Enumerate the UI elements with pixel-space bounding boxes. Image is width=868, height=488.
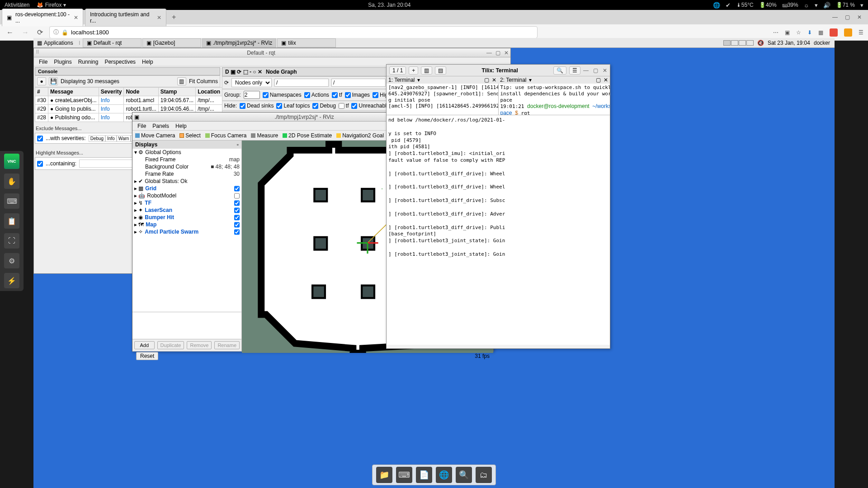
cb-tf2[interactable]: tf (339, 103, 349, 109)
columns-icon[interactable]: ▥ (177, 77, 186, 85)
editor-icon[interactable]: 📄 (416, 467, 432, 483)
col-num[interactable]: # (35, 88, 48, 96)
browser-icon[interactable]: 🌐 (436, 467, 452, 483)
new-tab-button[interactable]: + (168, 11, 179, 23)
volume-icon[interactable]: 🔇 (757, 40, 764, 46)
laser-checkbox[interactable] (234, 207, 240, 213)
grip-icon[interactable]: ⠿ (36, 49, 39, 55)
table-row[interactable]: #30● createLaserObj...Inforobot1.amcl19:… (35, 96, 222, 105)
ublock-icon[interactable] (830, 28, 838, 37)
col-stamp[interactable]: Stamp (158, 88, 195, 96)
minimize-icon[interactable]: — (486, 50, 492, 56)
fit-columns-label[interactable]: Fit Columns (189, 78, 218, 84)
clipboard-icon[interactable]: 📋 (4, 213, 19, 229)
more-icon[interactable]: ⋯ (773, 29, 778, 36)
pane-menu-icon[interactable]: ▾ (417, 77, 420, 83)
temp-indicator[interactable]: 🌡55°C (736, 2, 754, 8)
active-app[interactable]: 🦊 Firefox ▾ (37, 2, 66, 8)
focus-camera-tool[interactable]: Focus Camera (205, 132, 247, 139)
task-tilix[interactable]: ▣tilix (277, 38, 336, 47)
drag-icon[interactable]: ✋ (4, 174, 19, 189)
cb-namespaces[interactable]: Namespaces (263, 92, 302, 98)
menu-help[interactable]: Help (140, 58, 156, 65)
back-button[interactable]: ← (5, 28, 15, 38)
nav-goal-tool[interactable]: Navigation2 Goal (336, 132, 384, 139)
menu-help[interactable]: Help (173, 122, 189, 129)
volume-icon[interactable]: 🔊 (823, 2, 830, 9)
split-down-button[interactable]: ▥ (421, 66, 432, 75)
move-camera-tool[interactable]: Move Camera (135, 132, 175, 139)
group-spinner[interactable] (244, 91, 260, 99)
save-button[interactable]: 💾 (49, 77, 58, 85)
activities[interactable]: Aktivitäten (5, 2, 29, 8)
cb-leaf[interactable]: Leaf topics (276, 103, 310, 109)
menu-file[interactable]: File (135, 122, 148, 129)
tilix-header[interactable]: 1 / 1 + ▥ ▤ Tilix: Terminal 🔍 ☰ —▢✕ (387, 65, 610, 76)
maximize-pane-icon[interactable]: ▢ (484, 77, 489, 83)
rename-button[interactable]: Rename (214, 341, 240, 349)
select-tool[interactable]: Select (179, 132, 200, 139)
reset-button[interactable]: Reset (136, 352, 158, 360)
disconnect-icon[interactable]: ⚡ (4, 273, 19, 288)
reader-icon[interactable]: ▣ (785, 29, 790, 36)
applications-menu[interactable]: ▦ Applications (33, 39, 77, 47)
measure-tool[interactable]: Measure (251, 132, 278, 139)
folder-icon[interactable]: 🗂 (476, 467, 492, 483)
remove-button[interactable]: Remove (187, 341, 212, 349)
maximize-icon[interactable]: ▢ (495, 50, 500, 56)
bumper-checkbox[interactable] (234, 215, 240, 221)
session-counter[interactable]: 1 / 1 (389, 66, 406, 75)
task-rqt[interactable]: ▣Default - rqt (83, 38, 142, 47)
close-icon[interactable]: ✕ (857, 14, 862, 20)
tab-turtlesim[interactable]: Introducing turtlesim and r... ✕ (85, 9, 166, 26)
system-menu-icon[interactable]: ▾ (860, 2, 863, 9)
containing-checkbox[interactable] (37, 161, 43, 167)
close-icon[interactable]: ✕ (74, 14, 78, 21)
grid-checkbox[interactable] (234, 186, 240, 192)
task-rviz[interactable]: ▣./tmp/tmpj1vrp2sj* - RViz (202, 38, 277, 47)
menu-plugins[interactable]: Plugins (52, 58, 74, 65)
pane-menu-icon[interactable]: ▾ (529, 77, 532, 83)
maximize-icon[interactable]: ▢ (593, 67, 598, 74)
ns-filter-1[interactable] (274, 79, 329, 87)
settings-icon[interactable]: ⚙ (4, 253, 19, 268)
add-button[interactable]: Add (134, 341, 155, 349)
close-icon[interactable]: ✕ (157, 14, 161, 21)
col-sev[interactable]: Severity (99, 88, 124, 96)
severity-checkbox[interactable] (37, 136, 43, 141)
close-icon[interactable]: ▫ (237, 141, 239, 148)
terminal-icon[interactable]: ⌨ (396, 467, 412, 483)
add-terminal-button[interactable]: + (409, 66, 418, 75)
address-bar[interactable]: ⓘ 🔒 (49, 26, 538, 38)
gnome-clock[interactable]: Sa, 23. Jan 20:04 (66, 2, 713, 8)
cb-debug[interactable]: Debug (312, 103, 335, 109)
globe-icon[interactable]: 🌐 (713, 2, 720, 9)
task-gazebo[interactable]: ▣[Gazebo] (142, 38, 201, 47)
maximize-icon[interactable]: ▢ (845, 14, 850, 20)
forward-button[interactable]: → (20, 28, 31, 38)
col-node[interactable]: Node (124, 88, 158, 96)
fullscreen-icon[interactable]: ⛶ (4, 233, 19, 249)
check-icon[interactable]: ✔ (726, 2, 731, 9)
cb-deadsinks[interactable]: Dead sinks (240, 103, 274, 109)
menu-icon[interactable]: ☰ (859, 29, 863, 36)
minimize-icon[interactable]: — (832, 14, 838, 20)
menu-icon[interactable]: ☰ (569, 66, 580, 75)
terminal-pane-2[interactable]: Tip: use setup-workspace.sh to quickly i… (498, 84, 610, 115)
battery-indicator-1[interactable]: 🔋40% (759, 2, 777, 8)
refresh-button[interactable]: ⟳ (224, 80, 229, 86)
reload-button[interactable]: ⟳ (35, 27, 45, 38)
battery-main[interactable]: 🔋71 % (836, 2, 855, 8)
wifi-icon[interactable]: ▾ (815, 2, 818, 9)
col-msg[interactable]: Message (48, 88, 99, 96)
ns-filter-2[interactable] (331, 79, 386, 87)
menu-running[interactable]: Running (76, 58, 101, 65)
extension-icon[interactable] (844, 28, 852, 37)
toolbar-letters[interactable]: D ▣ ⟳ ⬚ - ○ ✕ (225, 69, 262, 75)
terminal-main[interactable]: nd below /home/docker/.ros/log/2021-01- … (387, 115, 610, 345)
pose-estimate-tool[interactable]: 2D Pose Estimate (283, 132, 332, 139)
amcl-checkbox[interactable] (234, 229, 240, 235)
filter-select[interactable]: Nodes only (231, 78, 272, 87)
cb-tf[interactable]: tf (332, 92, 342, 98)
grid-icon[interactable]: ▦ (818, 29, 823, 36)
